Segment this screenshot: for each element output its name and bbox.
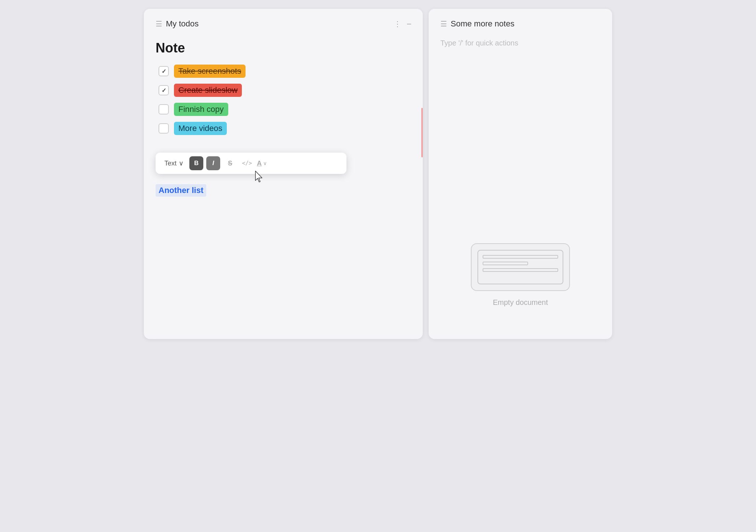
another-list-label: Another list: [156, 183, 411, 197]
empty-doc-label: Empty document: [493, 298, 548, 307]
text-type-chevron: ∨: [179, 159, 183, 167]
note-heading: Note: [156, 40, 411, 56]
empty-doc-inner: [477, 250, 563, 284]
left-panel-title: My todos: [166, 19, 390, 29]
checkbox-3[interactable]: [159, 104, 169, 114]
left-panel: ☰ My todos ⋮ – Note Take screenshots Cre…: [144, 9, 423, 339]
scroll-indicator: [421, 108, 423, 157]
left-panel-header: ☰ My todos ⋮ –: [156, 19, 411, 29]
todo-label-2: Create slideslow: [174, 84, 242, 97]
todo-label-4: More videos: [174, 122, 227, 135]
todo-list: Take screenshots Create slideslow Finnis…: [159, 65, 411, 135]
todo-item-1: Take screenshots: [159, 65, 411, 78]
quick-action-hint: Type '/' for quick actions: [440, 39, 600, 47]
todo-label-3: Finnish copy: [174, 103, 228, 116]
italic-button[interactable]: I: [206, 156, 220, 170]
text-type-selector[interactable]: Text ∨: [161, 157, 186, 170]
right-panel-title: Some more notes: [451, 19, 600, 29]
right-panel-header: ☰ Some more notes: [440, 19, 600, 29]
panel-icon: ☰: [156, 19, 162, 28]
todo-label-1: Take screenshots: [174, 65, 246, 78]
strikethrough-button[interactable]: S: [223, 156, 237, 170]
panel-header-actions: ⋮ –: [394, 19, 411, 28]
cursor-pointer: [254, 170, 264, 183]
minimize-button[interactable]: –: [407, 19, 411, 28]
checkbox-1[interactable]: [159, 66, 169, 76]
color-chevron: ∨: [263, 160, 267, 166]
formatting-toolbar: Text ∨ B I S </> A ∨: [156, 153, 346, 174]
doc-line-1: [483, 255, 558, 259]
empty-doc-icon: [471, 243, 570, 291]
doc-line-3: [483, 268, 558, 272]
checkbox-2[interactable]: [159, 85, 169, 95]
doc-line-2: [483, 262, 528, 265]
right-panel-icon: ☰: [440, 19, 447, 28]
todo-item-3: Finnish copy: [159, 103, 411, 116]
right-panel: ☰ Some more notes Type '/' for quick act…: [429, 9, 612, 339]
bold-button[interactable]: B: [189, 156, 203, 170]
more-options-button[interactable]: ⋮: [394, 19, 401, 28]
workspace: ☰ My todos ⋮ – Note Take screenshots Cre…: [0, 0, 756, 532]
color-selector[interactable]: A ∨: [257, 160, 267, 167]
checkbox-4[interactable]: [159, 123, 169, 134]
todo-item-4: More videos: [159, 122, 411, 135]
empty-doc-container: Empty document: [440, 243, 600, 329]
code-button[interactable]: </>: [240, 156, 254, 170]
todo-item-2: Create slideslow: [159, 84, 411, 97]
text-type-label: Text: [164, 160, 177, 167]
